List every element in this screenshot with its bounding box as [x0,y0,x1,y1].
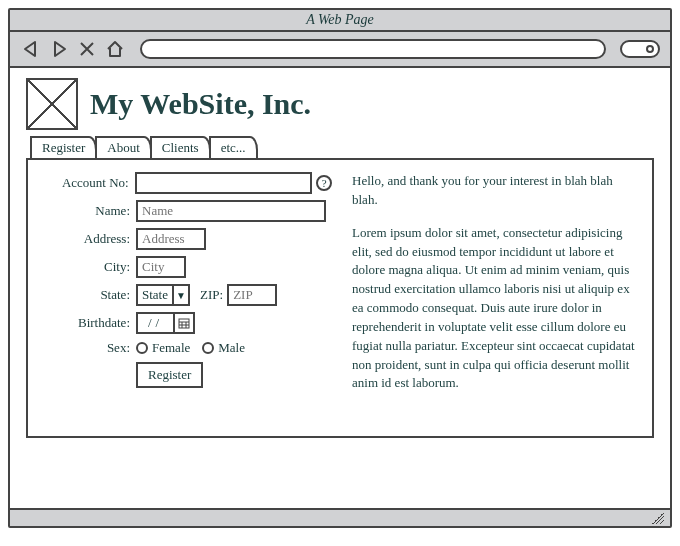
label-state: State: [42,287,130,303]
home-icon[interactable] [104,38,126,60]
browser-titlebar: A Web Page [10,10,670,32]
address-bar[interactable] [140,39,606,59]
calendar-icon[interactable] [173,314,193,332]
logo-placeholder [26,78,78,130]
registration-form: Account No: ? Name: Address: City: [42,172,332,424]
radio-female[interactable] [136,342,148,354]
page-header: My WebSite, Inc. [26,78,654,130]
browser-window: A Web Page My WebSite, Inc. Register Abo… [8,8,672,528]
tab-clients[interactable]: Clients [150,136,211,158]
label-name: Name: [42,203,130,219]
city-input[interactable] [136,256,186,278]
radio-label-male: Male [218,340,245,356]
label-account-no: Account No: [42,175,129,191]
name-input[interactable] [136,200,326,222]
lorem-paragraph: Lorem ipsum dolor sit amet, consectetur … [352,224,638,394]
tab-about[interactable]: About [95,136,152,158]
label-sex: Sex: [42,340,130,356]
address-input[interactable] [136,228,206,250]
birthdate-value: // [138,315,173,331]
help-icon[interactable]: ? [316,175,332,191]
tab-etc[interactable]: etc... [209,136,258,158]
browser-title: A Web Page [306,12,374,27]
intro-paragraph: Hello, and thank you for your interest i… [352,172,638,210]
page-content: My WebSite, Inc. Register About Clients … [10,68,670,508]
back-icon[interactable] [20,38,42,60]
radio-male[interactable] [202,342,214,354]
search-pill[interactable] [620,40,660,58]
browser-toolbar [10,32,670,68]
radio-label-female: Female [152,340,190,356]
search-icon [646,45,654,53]
zip-input[interactable] [227,284,277,306]
resize-grip-icon[interactable] [652,512,664,524]
state-select[interactable]: State ▼ [136,284,190,306]
label-address: Address: [42,231,130,247]
status-bar [10,508,670,526]
svg-rect-0 [179,319,189,328]
account-no-input[interactable] [135,172,313,194]
label-birthdate: Birthdate: [42,315,130,331]
state-selected-value: State [138,287,172,303]
main-panel: Account No: ? Name: Address: City: [26,158,654,438]
stop-icon[interactable] [76,38,98,60]
site-title: My WebSite, Inc. [90,87,311,121]
body-text: Hello, and thank you for your interest i… [352,172,638,424]
register-button[interactable]: Register [136,362,203,388]
label-zip: ZIP: [200,287,223,303]
forward-icon[interactable] [48,38,70,60]
tab-register[interactable]: Register [30,136,97,158]
chevron-down-icon: ▼ [172,286,188,304]
birthdate-input[interactable]: // [136,312,195,334]
label-city: City: [42,259,130,275]
tab-strip: Register About Clients etc... [30,136,654,158]
